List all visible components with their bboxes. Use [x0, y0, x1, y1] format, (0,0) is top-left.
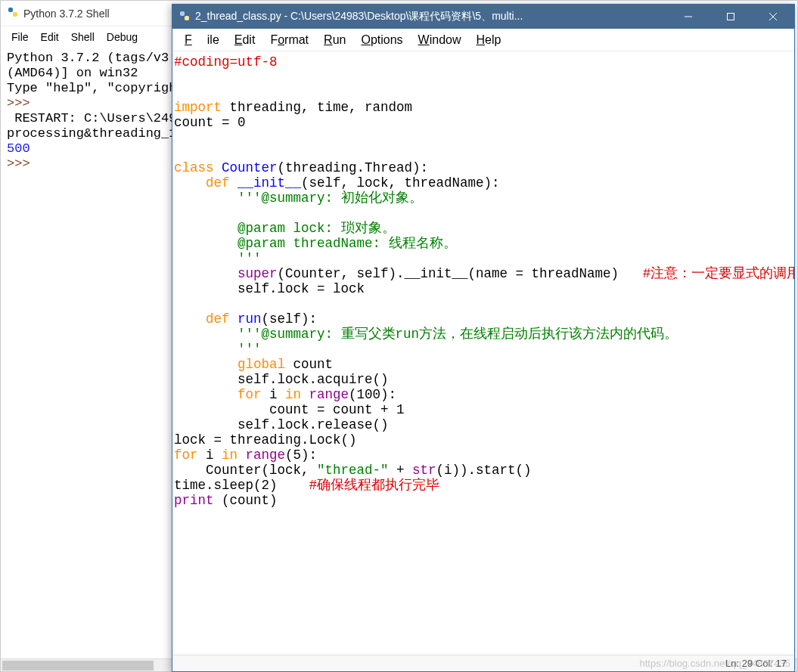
shell-menu-edit[interactable]: Edit [35, 29, 65, 45]
shell-output-value: 500 [7, 141, 30, 156]
shell-prompt: >>> [7, 96, 38, 110]
svg-rect-2 [180, 11, 185, 16]
maximize-button[interactable] [710, 5, 752, 29]
editor-menu-edit[interactable]: Edit [227, 32, 263, 48]
shell-title-text: Python 3.7.2 Shell [23, 8, 110, 20]
close-button[interactable] [752, 5, 794, 29]
shell-menu-file[interactable]: File [5, 29, 35, 45]
editor-menu-window[interactable]: Window [411, 32, 469, 48]
editor-menubar: File Edit Format Run Options Window Help [172, 29, 794, 51]
editor-menu-options[interactable]: Options [353, 32, 410, 48]
python-icon [179, 10, 191, 24]
code-editor[interactable]: #coding=utf-8 import threading, time, ra… [172, 51, 794, 655]
editor-menu-help[interactable]: Help [469, 32, 509, 48]
python-icon [7, 6, 19, 20]
window-controls [667, 5, 794, 29]
svg-rect-0 [8, 8, 13, 12]
shell-menu-shell[interactable]: Shell [65, 29, 101, 45]
watermark-text: https://blog.csdn.net/qq_44867435 [640, 658, 791, 669]
svg-rect-1 [13, 12, 17, 17]
editor-menu-file[interactable]: File [177, 32, 227, 48]
shell-prompt: >>> [7, 156, 38, 171]
editor-titlebar[interactable]: 2_thread_class.py - C:\Users\24983\Deskt… [172, 5, 794, 29]
scrollbar-thumb[interactable] [2, 661, 154, 670]
editor-title-text: 2_thread_class.py - C:\Users\24983\Deskt… [195, 10, 523, 23]
svg-rect-5 [728, 14, 734, 20]
minimize-button[interactable] [667, 5, 710, 29]
shell-menu-debug[interactable]: Debug [101, 29, 144, 45]
svg-rect-3 [185, 16, 189, 20]
idle-editor-window: 2_thread_class.py - C:\Users\24983\Deskt… [172, 4, 795, 672]
editor-menu-format[interactable]: Format [262, 32, 316, 48]
editor-menu-run[interactable]: Run [316, 32, 353, 48]
